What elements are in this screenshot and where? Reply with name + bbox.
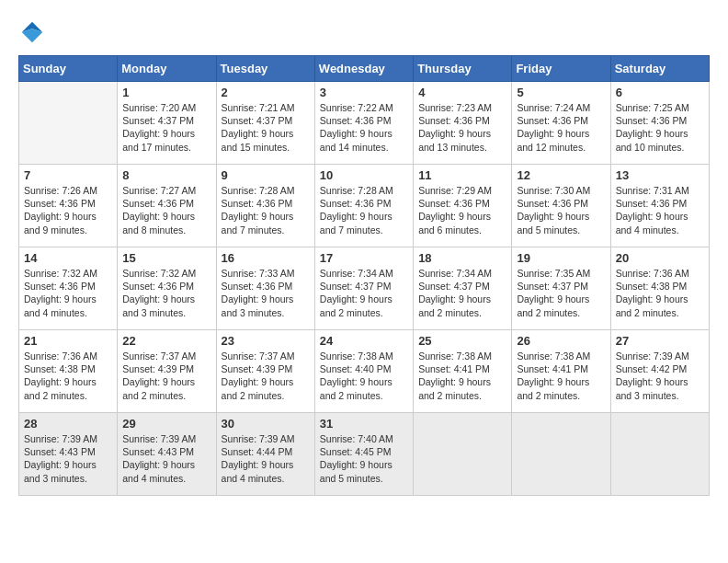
day-number: 4 — [418, 86, 506, 99]
day-info: Sunrise: 7:21 AM Sunset: 4:37 PM Dayligh… — [222, 101, 310, 154]
day-number: 6 — [616, 86, 704, 99]
day-info: Sunrise: 7:28 AM Sunset: 4:36 PM Dayligh… — [222, 184, 310, 236]
day-info: Sunrise: 7:28 AM Sunset: 4:36 PM Dayligh… — [320, 184, 408, 236]
calendar-cell: 31Sunrise: 7:40 AM Sunset: 4:45 PM Dayli… — [314, 413, 413, 496]
calendar-cell: 24Sunrise: 7:38 AM Sunset: 4:40 PM Dayli… — [314, 330, 413, 413]
calendar-header-row: SundayMondayTuesdayWednesdayThursdayFrid… — [19, 56, 710, 82]
calendar-cell: 4Sunrise: 7:23 AM Sunset: 4:36 PM Daylig… — [414, 82, 512, 165]
day-info: Sunrise: 7:34 AM Sunset: 4:37 PM Dayligh… — [418, 267, 506, 319]
day-info: Sunrise: 7:23 AM Sunset: 4:36 PM Dayligh… — [418, 101, 506, 154]
day-number: 15 — [122, 251, 210, 265]
day-number: 28 — [24, 417, 112, 431]
day-header-wednesday: Wednesday — [314, 56, 413, 82]
day-number: 10 — [320, 168, 408, 182]
calendar-cell — [414, 413, 512, 496]
calendar-week-row: 14Sunrise: 7:32 AM Sunset: 4:36 PM Dayli… — [19, 247, 710, 330]
day-number: 8 — [122, 168, 210, 182]
day-header-sunday: Sunday — [19, 56, 118, 82]
day-info: Sunrise: 7:20 AM Sunset: 4:37 PM Dayligh… — [122, 101, 210, 154]
calendar-cell: 17Sunrise: 7:34 AM Sunset: 4:37 PM Dayli… — [314, 247, 413, 330]
day-info: Sunrise: 7:38 AM Sunset: 4:41 PM Dayligh… — [418, 350, 506, 402]
day-number: 29 — [122, 417, 210, 431]
day-info: Sunrise: 7:36 AM Sunset: 4:38 PM Dayligh… — [24, 350, 112, 402]
calendar-cell: 27Sunrise: 7:39 AM Sunset: 4:42 PM Dayli… — [610, 330, 709, 413]
day-info: Sunrise: 7:40 AM Sunset: 4:45 PM Dayligh… — [320, 432, 408, 485]
day-info: Sunrise: 7:39 AM Sunset: 4:44 PM Dayligh… — [222, 432, 310, 485]
calendar-cell: 23Sunrise: 7:37 AM Sunset: 4:39 PM Dayli… — [216, 330, 314, 413]
day-info: Sunrise: 7:33 AM Sunset: 4:36 PM Dayligh… — [222, 267, 310, 319]
calendar-week-row: 7Sunrise: 7:26 AM Sunset: 4:36 PM Daylig… — [19, 165, 710, 247]
calendar-cell: 14Sunrise: 7:32 AM Sunset: 4:36 PM Dayli… — [19, 247, 118, 330]
day-info: Sunrise: 7:39 AM Sunset: 4:43 PM Dayligh… — [24, 432, 112, 485]
day-number: 14 — [24, 251, 112, 265]
day-info: Sunrise: 7:38 AM Sunset: 4:41 PM Dayligh… — [517, 350, 605, 402]
day-header-tuesday: Tuesday — [216, 56, 314, 82]
calendar-cell: 25Sunrise: 7:38 AM Sunset: 4:41 PM Dayli… — [414, 330, 512, 413]
page-header — [18, 18, 710, 46]
day-number: 2 — [222, 86, 310, 99]
day-number: 7 — [24, 168, 112, 182]
calendar-cell: 13Sunrise: 7:31 AM Sunset: 4:36 PM Dayli… — [610, 165, 709, 247]
calendar-cell: 9Sunrise: 7:28 AM Sunset: 4:36 PM Daylig… — [216, 165, 314, 247]
calendar-week-row: 21Sunrise: 7:36 AM Sunset: 4:38 PM Dayli… — [19, 330, 710, 413]
day-number: 25 — [418, 334, 506, 348]
day-number: 3 — [320, 86, 408, 99]
calendar-cell — [610, 413, 709, 496]
day-number: 20 — [616, 251, 704, 265]
day-info: Sunrise: 7:25 AM Sunset: 4:36 PM Dayligh… — [616, 101, 704, 154]
logo — [18, 18, 50, 46]
day-info: Sunrise: 7:38 AM Sunset: 4:40 PM Dayligh… — [320, 350, 408, 402]
day-number: 9 — [222, 168, 310, 182]
day-number: 1 — [122, 86, 210, 99]
day-info: Sunrise: 7:32 AM Sunset: 4:36 PM Dayligh… — [24, 267, 112, 319]
calendar-cell: 26Sunrise: 7:38 AM Sunset: 4:41 PM Dayli… — [512, 330, 610, 413]
day-header-friday: Friday — [512, 56, 610, 82]
day-info: Sunrise: 7:32 AM Sunset: 4:36 PM Dayligh… — [122, 267, 210, 319]
calendar-cell: 8Sunrise: 7:27 AM Sunset: 4:36 PM Daylig… — [118, 165, 216, 247]
calendar-cell: 19Sunrise: 7:35 AM Sunset: 4:37 PM Dayli… — [512, 247, 610, 330]
day-number: 11 — [418, 168, 506, 182]
day-number: 22 — [122, 334, 210, 348]
day-info: Sunrise: 7:29 AM Sunset: 4:36 PM Dayligh… — [418, 184, 506, 236]
calendar-cell — [512, 413, 610, 496]
day-info: Sunrise: 7:39 AM Sunset: 4:42 PM Dayligh… — [616, 350, 704, 402]
calendar-table: SundayMondayTuesdayWednesdayThursdayFrid… — [18, 55, 710, 496]
calendar-cell: 12Sunrise: 7:30 AM Sunset: 4:36 PM Dayli… — [512, 165, 610, 247]
calendar-cell: 5Sunrise: 7:24 AM Sunset: 4:36 PM Daylig… — [512, 82, 610, 165]
calendar-cell: 20Sunrise: 7:36 AM Sunset: 4:38 PM Dayli… — [610, 247, 709, 330]
calendar-cell: 29Sunrise: 7:39 AM Sunset: 4:43 PM Dayli… — [118, 413, 216, 496]
calendar-cell: 18Sunrise: 7:34 AM Sunset: 4:37 PM Dayli… — [414, 247, 512, 330]
day-number: 13 — [616, 168, 704, 182]
calendar-cell: 22Sunrise: 7:37 AM Sunset: 4:39 PM Dayli… — [118, 330, 216, 413]
day-number: 17 — [320, 251, 408, 265]
calendar-cell: 7Sunrise: 7:26 AM Sunset: 4:36 PM Daylig… — [19, 165, 118, 247]
day-number: 16 — [222, 251, 310, 265]
day-info: Sunrise: 7:27 AM Sunset: 4:36 PM Dayligh… — [122, 184, 210, 236]
day-number: 24 — [320, 334, 408, 348]
day-header-monday: Monday — [118, 56, 216, 82]
calendar-week-row: 28Sunrise: 7:39 AM Sunset: 4:43 PM Dayli… — [19, 413, 710, 496]
day-info: Sunrise: 7:37 AM Sunset: 4:39 PM Dayligh… — [122, 350, 210, 402]
day-info: Sunrise: 7:36 AM Sunset: 4:38 PM Dayligh… — [616, 267, 704, 319]
day-info: Sunrise: 7:22 AM Sunset: 4:36 PM Dayligh… — [320, 101, 408, 154]
calendar-cell: 1Sunrise: 7:20 AM Sunset: 4:37 PM Daylig… — [118, 82, 216, 165]
day-number: 12 — [517, 168, 605, 182]
day-info: Sunrise: 7:31 AM Sunset: 4:36 PM Dayligh… — [616, 184, 704, 236]
day-number: 27 — [616, 334, 704, 348]
calendar-cell: 3Sunrise: 7:22 AM Sunset: 4:36 PM Daylig… — [314, 82, 413, 165]
calendar-cell: 28Sunrise: 7:39 AM Sunset: 4:43 PM Dayli… — [19, 413, 118, 496]
day-header-saturday: Saturday — [610, 56, 709, 82]
day-number: 5 — [517, 86, 605, 99]
day-number: 30 — [222, 417, 310, 431]
day-info: Sunrise: 7:34 AM Sunset: 4:37 PM Dayligh… — [320, 267, 408, 319]
day-header-thursday: Thursday — [414, 56, 512, 82]
calendar-cell: 10Sunrise: 7:28 AM Sunset: 4:36 PM Dayli… — [314, 165, 413, 247]
day-number: 19 — [517, 251, 605, 265]
day-info: Sunrise: 7:37 AM Sunset: 4:39 PM Dayligh… — [222, 350, 310, 402]
calendar-cell: 11Sunrise: 7:29 AM Sunset: 4:36 PM Dayli… — [414, 165, 512, 247]
day-number: 18 — [418, 251, 506, 265]
calendar-week-row: 1Sunrise: 7:20 AM Sunset: 4:37 PM Daylig… — [19, 82, 710, 165]
day-info: Sunrise: 7:24 AM Sunset: 4:36 PM Dayligh… — [517, 101, 605, 154]
calendar-cell: 21Sunrise: 7:36 AM Sunset: 4:38 PM Dayli… — [19, 330, 118, 413]
calendar-cell: 16Sunrise: 7:33 AM Sunset: 4:36 PM Dayli… — [216, 247, 314, 330]
